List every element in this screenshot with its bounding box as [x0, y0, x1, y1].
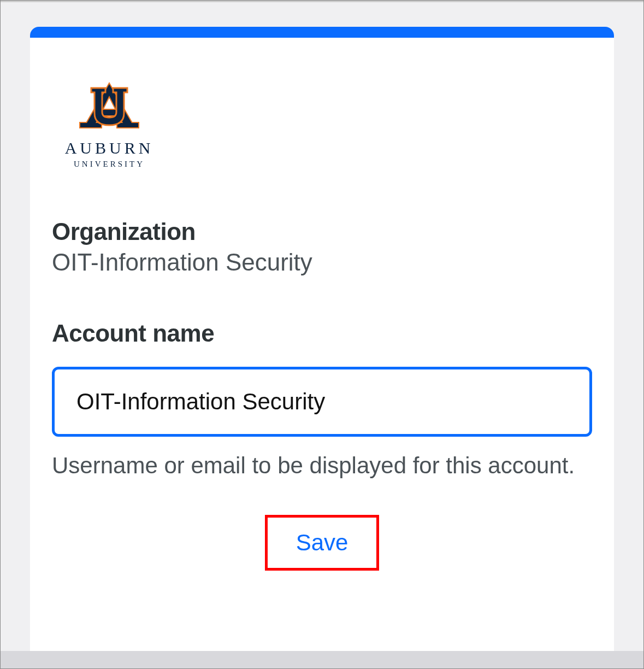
logo-subtitle-text: UNIVERSITY [74, 160, 145, 168]
account-name-input[interactable] [52, 367, 592, 437]
save-button[interactable]: Save [265, 515, 380, 571]
account-name-helper: Username or email to be displayed for th… [52, 450, 592, 482]
button-row: Save [52, 515, 592, 571]
organization-label: Organization [52, 218, 592, 245]
auburn-logo: AUBURN UNIVERSITY [52, 81, 592, 174]
organization-value: OIT-Information Security [52, 249, 592, 276]
auburn-university-logo-icon: AUBURN UNIVERSITY [52, 81, 167, 174]
bottom-bar [1, 651, 643, 668]
logo-name-text: AUBURN [65, 139, 154, 157]
card-content: AUBURN UNIVERSITY Organization OIT-Infor… [30, 38, 614, 592]
card-accent-bar [30, 27, 614, 38]
account-name-label: Account name [52, 320, 592, 347]
settings-card: AUBURN UNIVERSITY Organization OIT-Infor… [30, 27, 614, 668]
top-separator [1, 1, 643, 2]
